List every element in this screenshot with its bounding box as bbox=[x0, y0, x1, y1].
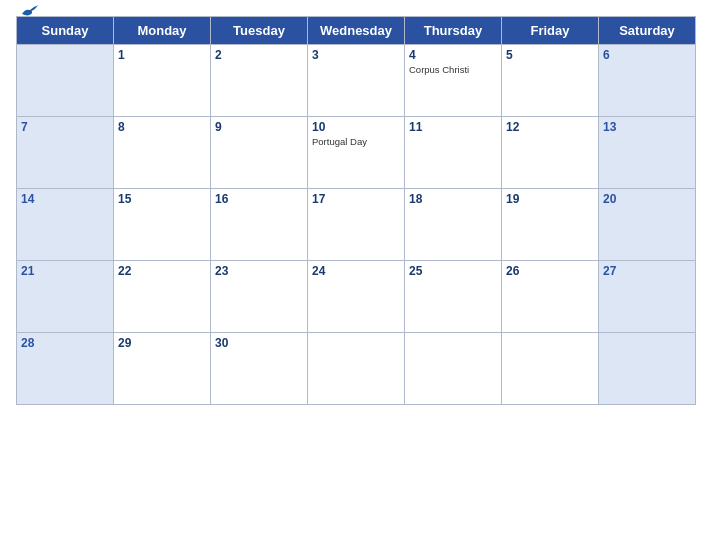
calendar-day-cell: 9 bbox=[211, 117, 308, 189]
calendar-day-cell: 18 bbox=[405, 189, 502, 261]
day-number: 29 bbox=[118, 336, 206, 350]
calendar-day-cell: 4Corpus Christi bbox=[405, 45, 502, 117]
calendar-day-cell: 16 bbox=[211, 189, 308, 261]
weekday-header-thursday: Thursday bbox=[405, 17, 502, 45]
weekday-header-wednesday: Wednesday bbox=[308, 17, 405, 45]
calendar-day-cell: 15 bbox=[114, 189, 211, 261]
day-number: 4 bbox=[409, 48, 497, 62]
weekday-header-monday: Monday bbox=[114, 17, 211, 45]
day-number: 5 bbox=[506, 48, 594, 62]
calendar-day-cell bbox=[308, 333, 405, 405]
calendar-day-cell: 22 bbox=[114, 261, 211, 333]
calendar-day-cell bbox=[502, 333, 599, 405]
day-number: 30 bbox=[215, 336, 303, 350]
weekday-header-saturday: Saturday bbox=[599, 17, 696, 45]
day-number: 7 bbox=[21, 120, 109, 134]
logo bbox=[16, 2, 42, 18]
calendar-day-cell: 26 bbox=[502, 261, 599, 333]
day-number: 22 bbox=[118, 264, 206, 278]
calendar-day-cell: 6 bbox=[599, 45, 696, 117]
calendar-day-cell: 1 bbox=[114, 45, 211, 117]
weekday-header-friday: Friday bbox=[502, 17, 599, 45]
calendar-day-cell: 8 bbox=[114, 117, 211, 189]
day-number: 9 bbox=[215, 120, 303, 134]
calendar-day-cell: 7 bbox=[17, 117, 114, 189]
day-number: 3 bbox=[312, 48, 400, 62]
calendar-day-cell: 19 bbox=[502, 189, 599, 261]
calendar-week-row: 14151617181920 bbox=[17, 189, 696, 261]
calendar-day-cell: 14 bbox=[17, 189, 114, 261]
day-number: 6 bbox=[603, 48, 691, 62]
day-number: 15 bbox=[118, 192, 206, 206]
calendar-day-cell: 25 bbox=[405, 261, 502, 333]
calendar-week-row: 78910Portugal Day111213 bbox=[17, 117, 696, 189]
day-number: 21 bbox=[21, 264, 109, 278]
calendar-day-cell: 3 bbox=[308, 45, 405, 117]
calendar-day-cell: 21 bbox=[17, 261, 114, 333]
calendar-day-cell: 29 bbox=[114, 333, 211, 405]
weekday-header-tuesday: Tuesday bbox=[211, 17, 308, 45]
calendar-week-row: 1234Corpus Christi56 bbox=[17, 45, 696, 117]
day-number: 8 bbox=[118, 120, 206, 134]
day-number: 14 bbox=[21, 192, 109, 206]
calendar-week-row: 21222324252627 bbox=[17, 261, 696, 333]
day-number: 16 bbox=[215, 192, 303, 206]
calendar-day-cell: 10Portugal Day bbox=[308, 117, 405, 189]
day-number: 11 bbox=[409, 120, 497, 134]
calendar-day-cell: 2 bbox=[211, 45, 308, 117]
calendar-day-cell: 28 bbox=[17, 333, 114, 405]
day-number: 28 bbox=[21, 336, 109, 350]
calendar-day-cell: 13 bbox=[599, 117, 696, 189]
day-number: 19 bbox=[506, 192, 594, 206]
day-number: 25 bbox=[409, 264, 497, 278]
day-number: 17 bbox=[312, 192, 400, 206]
calendar-day-cell: 20 bbox=[599, 189, 696, 261]
day-number: 13 bbox=[603, 120, 691, 134]
calendar-day-cell: 23 bbox=[211, 261, 308, 333]
weekday-header-row: SundayMondayTuesdayWednesdayThursdayFrid… bbox=[17, 17, 696, 45]
day-number: 1 bbox=[118, 48, 206, 62]
day-number: 2 bbox=[215, 48, 303, 62]
calendar-day-cell bbox=[17, 45, 114, 117]
day-number: 10 bbox=[312, 120, 400, 134]
day-number: 18 bbox=[409, 192, 497, 206]
holiday-name: Corpus Christi bbox=[409, 64, 497, 75]
day-number: 27 bbox=[603, 264, 691, 278]
calendar-day-cell: 5 bbox=[502, 45, 599, 117]
day-number: 24 bbox=[312, 264, 400, 278]
calendar-day-cell: 17 bbox=[308, 189, 405, 261]
weekday-header-sunday: Sunday bbox=[17, 17, 114, 45]
day-number: 20 bbox=[603, 192, 691, 206]
calendar-table: SundayMondayTuesdayWednesdayThursdayFrid… bbox=[16, 16, 696, 405]
holiday-name: Portugal Day bbox=[312, 136, 400, 147]
calendar-day-cell: 27 bbox=[599, 261, 696, 333]
calendar-day-cell bbox=[405, 333, 502, 405]
calendar-day-cell: 12 bbox=[502, 117, 599, 189]
calendar-day-cell: 11 bbox=[405, 117, 502, 189]
calendar-day-cell bbox=[599, 333, 696, 405]
calendar-day-cell: 24 bbox=[308, 261, 405, 333]
logo-bird-icon bbox=[18, 2, 42, 18]
calendar-day-cell: 30 bbox=[211, 333, 308, 405]
day-number: 23 bbox=[215, 264, 303, 278]
day-number: 12 bbox=[506, 120, 594, 134]
calendar-week-row: 282930 bbox=[17, 333, 696, 405]
day-number: 26 bbox=[506, 264, 594, 278]
